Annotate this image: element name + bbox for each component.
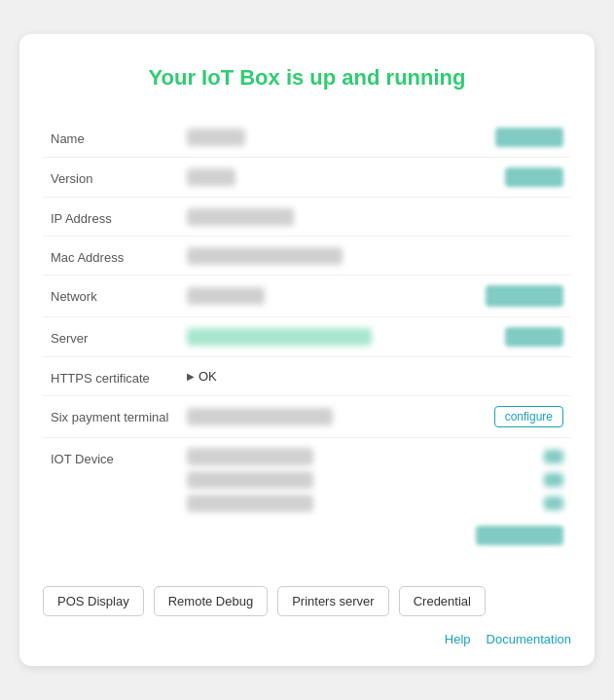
iot-device-label: IOT Device [43, 438, 179, 556]
payment-terminal-value-cell: configure [179, 396, 571, 438]
remote-debug-button[interactable]: Remote Debug [154, 586, 268, 616]
server-label: Server [43, 317, 179, 357]
ip-address-label: IP Address [43, 198, 179, 237]
payment-terminal-row: Six payment terminal configure [43, 396, 571, 438]
version-action-button[interactable] [505, 167, 563, 187]
iot-device-name-2 [187, 471, 313, 489]
network-label: Network [43, 276, 179, 317]
name-row: Name [43, 118, 571, 158]
iot-device-status-1 [544, 450, 563, 463]
payment-terminal-value [187, 408, 333, 425]
https-status: OK [199, 369, 217, 384]
documentation-link[interactable]: Documentation [487, 632, 571, 646]
https-arrow: ▶ [187, 371, 195, 382]
mac-address-value [187, 247, 343, 265]
iot-device-status-2 [544, 473, 563, 487]
mac-address-row: Mac Address [43, 237, 571, 276]
iot-device-name-3 [187, 495, 313, 512]
server-value [187, 328, 372, 346]
help-link[interactable]: Help [445, 632, 471, 646]
iot-device-item-1 [187, 448, 563, 465]
iot-device-status-3 [544, 497, 563, 510]
server-action-button[interactable] [505, 327, 563, 347]
pos-display-button[interactable]: POS Display [43, 586, 144, 616]
footer-links: Help Documentation [43, 624, 571, 646]
network-value [187, 287, 265, 305]
iot-device-name-1 [187, 448, 313, 465]
iot-device-list [187, 448, 563, 545]
payment-terminal-label: Six payment terminal [43, 396, 179, 438]
version-value-cell [179, 158, 571, 198]
mac-address-label: Mac Address [43, 237, 179, 276]
https-value-cell: ▶ OK [179, 357, 571, 396]
https-row: HTTPS certificate ▶ OK [43, 357, 571, 396]
iot-box-card: Your IoT Box is up and running Name Vers… [19, 34, 595, 666]
https-label: HTTPS certificate [43, 357, 179, 396]
info-table: Name Version IP Address [43, 118, 571, 555]
iot-device-action-button [476, 526, 563, 545]
version-label: Version [43, 158, 179, 198]
ip-address-value-cell [179, 198, 571, 237]
network-action-button[interactable] [486, 285, 563, 307]
iot-device-item-3 [187, 495, 563, 512]
mac-address-value-cell [179, 237, 571, 276]
server-value-cell [179, 317, 571, 357]
credential-button[interactable]: Credential [399, 586, 486, 616]
network-row: Network [43, 276, 571, 317]
iot-device-value-cell [179, 438, 571, 556]
network-value-cell [179, 276, 571, 317]
page-title: Your IoT Box is up and running [43, 65, 571, 91]
iot-device-row: IOT Device [43, 438, 571, 556]
name-label: Name [43, 118, 179, 158]
name-action-button[interactable] [495, 128, 563, 147]
iot-device-item-2 [187, 471, 563, 489]
configure-button[interactable]: configure [494, 406, 563, 427]
version-value [187, 168, 235, 186]
version-row: Version [43, 158, 571, 198]
iot-device-action [187, 526, 563, 545]
footer-buttons: POS Display Remote Debug Printers server… [43, 574, 571, 624]
name-value-cell [179, 118, 571, 158]
ip-address-row: IP Address [43, 198, 571, 237]
server-row: Server [43, 317, 571, 357]
printers-server-button[interactable]: Printers server [277, 586, 389, 616]
ip-address-value [187, 208, 294, 226]
name-value [187, 129, 245, 146]
